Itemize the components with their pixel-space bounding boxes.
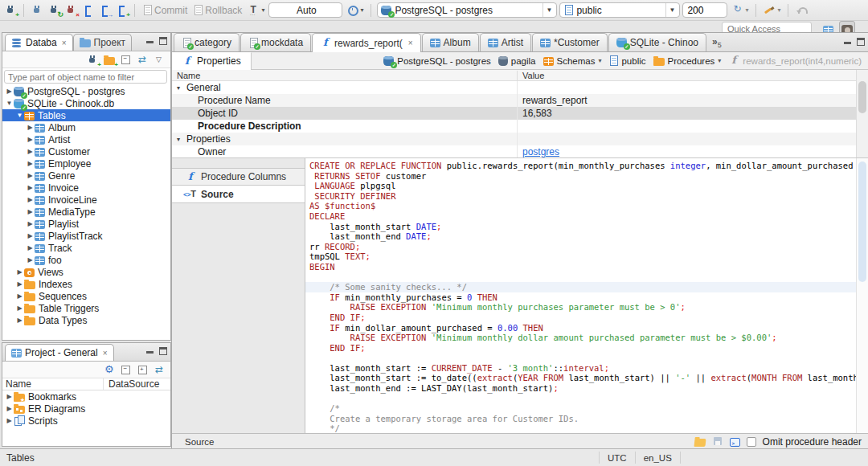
property-row-procedure-description[interactable]: Procedure Description [172,120,868,133]
chevron-down-icon[interactable]: ▾ [598,57,601,64]
link-button[interactable] [137,54,149,65]
nav-item-genre[interactable]: ▶Genre [2,170,170,182]
chevron-collapsed-icon[interactable]: ▶ [5,405,14,412]
commit-button[interactable]: Commit [141,4,189,17]
editor-tab-rewards-report[interactable]: rewards_report(× [312,33,421,52]
minimize-view-button[interactable] [146,37,154,45]
tab-overflow-button[interactable]: »5 [712,36,722,51]
object-filter-input[interactable] [4,70,167,84]
transaction-log-button[interactable]: ▾ [345,4,365,16]
breadcrumb-item-procedures[interactable]: Procedures▾ [653,56,722,66]
schema-selector[interactable]: public ▼ [559,2,680,18]
auto-commit-combo[interactable]: Auto [268,2,342,18]
collapse-all-button[interactable] [121,364,132,375]
rollback-button[interactable]: Rollback [191,4,244,17]
nav-item-playlisttrack[interactable]: ▶PlaylistTrack [2,230,170,242]
breadcrumb-item-postgresql-postgres[interactable]: PostgreSQL - postgres [383,56,491,66]
tab-properties[interactable]: Properties [172,52,252,70]
nav-item-invoice[interactable]: ▶Invoice [2,182,170,194]
link-button[interactable] [154,364,166,375]
chevron-collapsed-icon[interactable]: ▶ [26,136,35,143]
owner-link[interactable]: postgres [522,146,559,157]
property-row-procedure-name[interactable]: Procedure Namerewards_report [172,94,868,107]
disconnect-button[interactable]: × [63,4,78,16]
undo-button[interactable] [794,4,809,16]
timezone-indicator[interactable]: UTC [599,452,635,464]
breadcrumb-item-pagila[interactable]: pagila [498,56,536,66]
chevron-collapsed-icon[interactable]: ▶ [26,220,35,227]
chevron-collapsed-icon[interactable]: ▶ [26,172,35,179]
chevron-down-icon[interactable]: ▾ [718,57,721,64]
grid-column-value[interactable]: Value [518,71,544,80]
open-sql-editor-button[interactable]: → [97,4,112,16]
grid-scrollbar[interactable] [856,70,868,157]
minimize-editor-button[interactable] [844,38,852,46]
project-item-scripts[interactable]: ▶Scripts [2,415,170,427]
nav-item-sqlite-chinook-db[interactable]: ▼SQLite - Chinook.db [2,97,170,109]
property-row-properties[interactable]: ▾Properties [172,133,868,145]
chevron-collapsed-icon[interactable]: ▶ [26,196,35,203]
breadcrumb-item-public[interactable]: public [608,55,645,66]
source-bottom-tab[interactable]: Source [178,437,214,447]
console-icon[interactable] [730,438,740,447]
chevron-collapsed-icon[interactable]: ▶ [15,305,24,312]
project-item-bookmarks[interactable]: ▶Bookmarks [2,390,170,403]
editor-tab-album[interactable]: Album [422,33,479,51]
transaction-mode-button[interactable]: ▾ [246,4,266,16]
nav-item-track[interactable]: ▶Track [2,242,170,254]
nav-item-sequences[interactable]: ▶Sequences [2,290,170,302]
tab-projects[interactable]: Проект [73,34,133,51]
new-sql-script-button[interactable]: + [114,4,129,16]
nav-item-mediatype[interactable]: ▶MediaType [2,206,170,218]
chevron-collapsed-icon[interactable]: ▶ [26,244,35,251]
editor-tab-artist[interactable]: Artist [480,33,531,51]
nav-item-indexes[interactable]: ▶Indexes [2,278,170,290]
chevron-collapsed-icon[interactable]: ▶ [26,208,35,215]
compare-button[interactable]: ▾ [762,4,782,16]
chevron-collapsed-icon[interactable]: ▶ [15,280,24,288]
group-expander-icon[interactable]: ▾ [177,136,186,143]
property-row-owner[interactable]: Ownerpostgres [172,145,868,158]
chevron-collapsed-icon[interactable]: ▶ [26,232,35,239]
chevron-collapsed-icon[interactable]: ▶ [26,124,35,131]
connection-selector[interactable]: PostgreSQL - postgres ▼ [377,2,557,18]
group-expander-icon[interactable]: ▾ [177,84,186,92]
tab-project-general[interactable]: Project - General × [5,344,114,361]
project-item-er-diagrams[interactable]: ▶ER Diagrams [2,403,170,415]
expand-all-button[interactable] [137,364,149,375]
grid-column-name[interactable]: Name [172,71,518,80]
source-scrollbar[interactable] [856,158,868,433]
property-row-object-id[interactable]: Object ID16,583 [172,107,868,120]
open-file-icon[interactable] [694,439,706,447]
nav-item-data-types[interactable]: ▶Data Types [2,314,170,326]
nav-item-playlist[interactable]: ▶Playlist [2,218,170,230]
close-icon[interactable]: × [408,39,413,47]
folder-add-button[interactable]: + [104,54,115,65]
tab-database-navigator[interactable]: Databa × [5,34,73,51]
nav-item-table-triggers[interactable]: ▶Table Triggers [2,302,170,314]
nav-item-foo[interactable]: ▶foo [2,254,170,266]
chevron-collapsed-icon[interactable]: ▶ [15,292,24,300]
editor-tab-category[interactable]: category [174,33,240,51]
maximize-view-button[interactable] [159,347,167,355]
minimize-view-button[interactable] [146,347,154,355]
nav-item-artist[interactable]: ▶Artist [2,133,170,145]
editor-tab-customer[interactable]: *Customer [532,33,608,51]
chevron-expanded-icon[interactable]: ▼ [15,112,24,119]
gear-button[interactable] [104,364,115,375]
nav-item-postgresql-postgres[interactable]: ▶PostgreSQL - postgres [2,85,170,97]
save-icon[interactable] [712,436,723,447]
chevron-collapsed-icon[interactable]: ▶ [26,160,35,167]
editor-tab-mockdata[interactable]: mockdata [240,33,311,51]
source-editor[interactable]: CREATE OR REPLACE FUNCTION public.reward… [305,158,856,433]
omit-procedure-header-checkbox[interactable] [747,437,756,447]
chevron-collapsed-icon[interactable]: ▶ [26,184,35,191]
fetch-size-input[interactable] [682,2,727,18]
editor-tab-sqlite-chinoo[interactable]: SQLite - Chinoo [608,33,706,51]
collapse-all-button[interactable] [121,54,132,65]
maximize-editor-button[interactable] [857,38,865,46]
chevron-collapsed-icon[interactable]: ▶ [26,256,35,264]
new-connection-button[interactable]: + [3,4,18,16]
close-icon[interactable]: × [62,39,67,47]
nav-item-invoiceline[interactable]: ▶InvoiceLine [2,194,170,206]
